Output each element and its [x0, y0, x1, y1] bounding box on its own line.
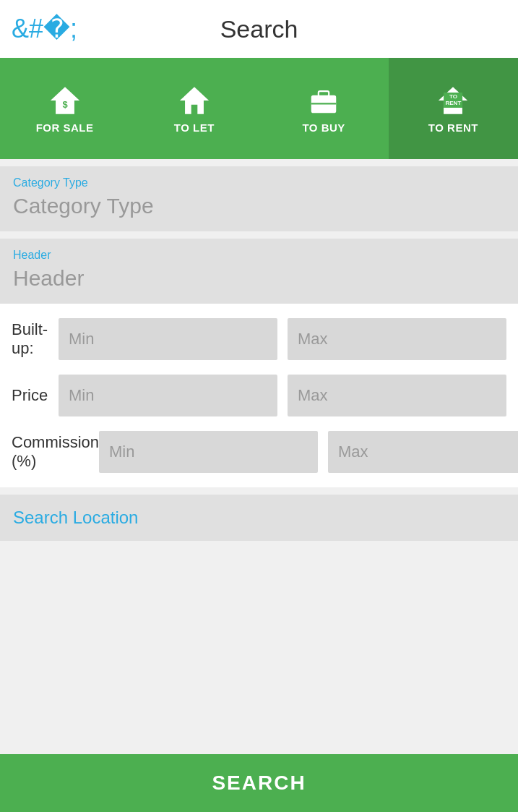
search-location-section[interactable]: Search Location [0, 495, 518, 541]
search-location-label: Search Location [13, 508, 138, 527]
fields-section: Built-up: Price Commission (%) [0, 304, 518, 487]
svg-text:$: $ [62, 99, 67, 110]
commission-row: Commission (%) [12, 424, 506, 480]
header-label: Header [13, 249, 505, 262]
price-min-input[interactable] [59, 375, 277, 416]
briefcase-icon [307, 84, 340, 117]
header-value: Header [13, 266, 505, 291]
search-button-label: SEARCH [212, 772, 306, 795]
builtup-row: Built-up: [12, 311, 506, 367]
house-plain-icon [178, 84, 211, 117]
svg-rect-4 [319, 91, 329, 96]
tab-for-sale-label: FOR SALE [36, 121, 94, 134]
commission-max-input[interactable] [328, 431, 518, 473]
category-type-label: Category Type [13, 176, 505, 189]
top-bar: &#�; Search [0, 0, 518, 58]
back-button[interactable]: &#�; [12, 16, 77, 42]
price-max-input[interactable] [288, 375, 506, 416]
tab-to-rent[interactable]: TORENT TO RENT [389, 58, 518, 159]
commission-min-input[interactable] [99, 431, 318, 473]
tab-to-rent-label: TO RENT [428, 121, 478, 134]
commission-label: Commission (%) [12, 433, 99, 471]
builtup-max-input[interactable] [288, 318, 506, 360]
tab-to-let[interactable]: TO LET [129, 58, 259, 159]
main-content: Category Type Category Type Header Heade… [0, 159, 518, 754]
commission-inputs [99, 431, 518, 473]
page-title: Search [220, 15, 298, 43]
price-inputs [59, 375, 506, 416]
price-label: Price [12, 386, 59, 405]
search-button[interactable]: SEARCH [0, 754, 518, 812]
builtup-label: Built-up: [12, 320, 59, 358]
house-rent-icon: TORENT [436, 84, 470, 117]
builtup-inputs [59, 318, 506, 360]
tab-to-buy-label: TO BUY [302, 121, 345, 134]
builtup-min-input[interactable] [59, 318, 277, 360]
header-section: Header Header [0, 239, 518, 304]
tab-for-sale[interactable]: $ FOR SALE [0, 58, 129, 159]
svg-marker-2 [180, 87, 209, 114]
tab-bar: $ FOR SALE TO LET TO BUY TORENT TO RENT [0, 58, 518, 159]
tab-to-let-label: TO LET [174, 121, 215, 134]
category-type-value: Category Type [13, 194, 505, 218]
tab-to-buy[interactable]: TO BUY [259, 58, 389, 159]
spacer [0, 541, 518, 754]
category-type-section: Category Type Category Type [0, 166, 518, 231]
house-dollar-icon: $ [48, 84, 82, 117]
price-row: Price [12, 367, 506, 424]
